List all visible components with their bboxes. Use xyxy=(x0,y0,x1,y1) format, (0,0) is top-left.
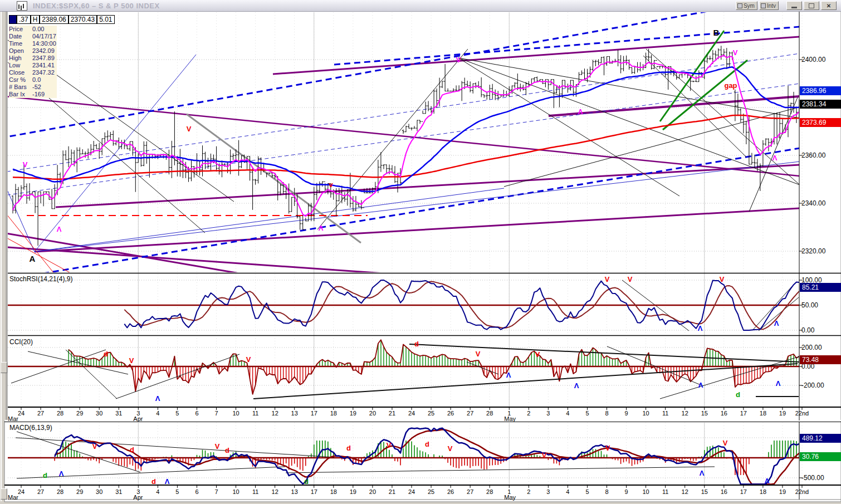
date-label: 18 xyxy=(325,410,342,417)
annotation-V: V xyxy=(92,442,97,451)
annotation-v: v xyxy=(329,180,333,189)
restore-button[interactable] xyxy=(804,1,819,10)
axis-tick-label: 2320.00 xyxy=(801,247,825,255)
date-label: 17 xyxy=(735,410,752,417)
date-label: 27 xyxy=(32,410,49,417)
info-label: # Bars xyxy=(9,84,32,91)
date-label: 12 xyxy=(267,488,283,495)
intv-button-label: Intv xyxy=(767,3,776,9)
date-label: 28 xyxy=(52,410,69,417)
annotation-Λ: Λ xyxy=(765,477,770,485)
quote-change-value: 5.01 xyxy=(97,15,114,24)
date-axis-macd[interactable]: 2427282930313456710111213171819202124252… xyxy=(0,488,841,501)
date-label: 12 xyxy=(677,410,693,417)
info-label: Date xyxy=(9,33,32,40)
date-label: 5 xyxy=(579,410,595,417)
date-label: 4 xyxy=(559,488,576,495)
info-row: Low2341.41 xyxy=(9,62,57,69)
date-label: 26 xyxy=(442,410,459,417)
annotation-Λ: Λ xyxy=(574,381,579,390)
annotation-Λ: Λ xyxy=(776,379,781,388)
date-label: 26 xyxy=(442,488,459,495)
date-label: 15 xyxy=(696,410,713,417)
date-label: 18 xyxy=(325,488,342,495)
date-label: 5 xyxy=(579,488,595,495)
cursor-info-panel: Price0.00Date04/17/17Time14:30:00Open234… xyxy=(9,26,57,98)
annotation-d: d xyxy=(304,477,309,486)
annotation-Λ: Λ xyxy=(506,371,511,379)
sym-icon xyxy=(737,3,742,8)
window-grip-bottom[interactable] xyxy=(1,488,7,500)
info-value: 0.00 xyxy=(32,26,44,33)
date-label: 10 xyxy=(228,410,245,417)
info-row: Close2347.32 xyxy=(9,69,57,76)
date-label: 22nd xyxy=(794,410,810,417)
date-label: 28 xyxy=(52,488,69,495)
window-grip-top[interactable] xyxy=(1,362,7,373)
info-row: Csr %0.0 xyxy=(9,76,57,84)
date-label: 30 xyxy=(91,410,107,417)
cci-label: CCI(20) xyxy=(9,338,33,346)
axis-tick-label: 0.00 xyxy=(801,326,814,334)
annotation-V: V xyxy=(448,444,453,453)
date-label: 8 xyxy=(599,410,615,417)
chart-app-icon xyxy=(17,1,27,11)
date-label: 3 xyxy=(540,488,556,495)
date-label: 25 xyxy=(423,410,439,417)
annotation-B: B xyxy=(713,28,720,37)
annotation-d: d xyxy=(104,350,108,358)
date-label: 4 xyxy=(559,410,576,417)
annotation-Λ: Λ xyxy=(59,469,64,478)
axis-tick-label: 50.00 xyxy=(801,301,818,309)
info-value: 2341.41 xyxy=(32,62,55,69)
annotation-d: d xyxy=(225,446,229,454)
axis-value-tag: 2381.34 xyxy=(800,100,841,109)
restore-icon xyxy=(809,3,814,8)
annotation-V: V xyxy=(542,451,547,459)
minimize-button[interactable] xyxy=(786,1,802,10)
date-label: 13 xyxy=(286,488,303,495)
sym-button[interactable]: Sym xyxy=(736,1,757,10)
date-label: 15 xyxy=(696,488,713,495)
annotation-V: V xyxy=(605,275,610,283)
date-label: 20 xyxy=(364,488,381,495)
intv-button[interactable]: Intv xyxy=(759,1,779,10)
annotation-Λ: Λ xyxy=(774,319,779,327)
annotation-V: V xyxy=(456,56,461,64)
annotation-V: V xyxy=(246,355,251,364)
annotation-Λ: Λ xyxy=(698,381,703,389)
date-label: 27 xyxy=(462,410,478,417)
axis-value-tag: 2386.96 xyxy=(800,86,841,95)
date-label: 9 xyxy=(618,410,635,417)
date-label: 19 xyxy=(774,410,791,417)
titlebar[interactable]: INDEX:$SPX,60 – S & P 500 INDEX Sym Intv… xyxy=(0,0,841,12)
annotation-d: d xyxy=(151,477,156,486)
window-title: INDEX:$SPX,60 – S & P 500 INDEX xyxy=(33,2,160,10)
date-label: 13 xyxy=(286,410,303,417)
chart-canvas[interactable]: VΛVΛvVΛBgapVΛAVVVΛΛdVΛVdVΛVΛΛdΛdΛVddΛVdd… xyxy=(0,0,841,504)
annotation-V: V xyxy=(476,350,481,358)
date-label: 18 xyxy=(755,488,771,495)
annotation-V: V xyxy=(23,160,28,169)
close-button[interactable]: ✕ xyxy=(821,1,837,10)
annotation-V: V xyxy=(628,275,633,283)
date-label: 2 xyxy=(520,488,537,495)
date-label: 8 xyxy=(599,488,615,495)
date-label: 2 xyxy=(520,410,537,417)
date-label: 30 xyxy=(91,488,107,495)
stochrsi-label: StochRSI(14,21(4),9) xyxy=(9,275,72,283)
info-value: 14:30:00 xyxy=(32,40,56,47)
date-label: 19 xyxy=(345,410,361,417)
month-label: May xyxy=(504,415,516,422)
date-label: 17 xyxy=(735,488,752,495)
info-value: 2347.89 xyxy=(32,55,55,62)
info-value: 2342.09 xyxy=(32,47,55,55)
annotation-Λ: Λ xyxy=(57,225,62,233)
annotation-Λ: Λ xyxy=(698,324,703,332)
date-label: 4 xyxy=(149,488,166,495)
annotation-Λ: Λ xyxy=(165,477,170,486)
date-label: 22nd xyxy=(794,488,810,495)
info-row: Time14:30:00 xyxy=(9,40,57,47)
info-row: Bar Ix-169 xyxy=(9,91,57,98)
date-axis-main[interactable]: 2427282930313456710111213171819202124252… xyxy=(0,410,841,422)
